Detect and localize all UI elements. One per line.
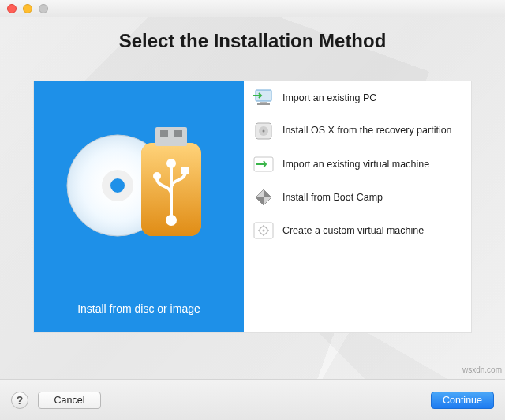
page-title: Select the Installation Method <box>0 30 505 52</box>
continue-button[interactable]: Continue <box>431 392 494 409</box>
usb-icon <box>141 127 201 236</box>
options-list: Import an existing PC Install OS X from … <box>244 81 471 332</box>
option-install-osx-recovery[interactable]: Install OS X from the recovery partition <box>244 114 471 148</box>
watermark-text: wsxdn.com <box>462 366 502 374</box>
option-import-existing-vm[interactable]: Import an existing virtual machine <box>244 148 471 181</box>
close-window-button[interactable] <box>7 4 17 13</box>
option-install-bootcamp[interactable]: Install from Boot Camp <box>244 181 471 214</box>
option-create-custom-vm[interactable]: Create a custom virtual machine <box>244 214 471 247</box>
window-titlebar <box>0 0 505 17</box>
svg-rect-13 <box>181 167 189 174</box>
custom-vm-icon <box>252 219 275 242</box>
svg-rect-16 <box>257 103 270 105</box>
option-install-from-disc-or-image[interactable]: Install from disc or image <box>34 81 244 332</box>
option-label: Install from Boot Camp <box>282 192 383 203</box>
cancel-button[interactable]: Cancel <box>38 392 101 409</box>
bootcamp-icon <box>252 186 275 208</box>
zoom-window-button <box>39 4 48 13</box>
continue-label: Continue <box>443 395 482 406</box>
disc-usb-illustration <box>34 81 244 285</box>
svg-rect-7 <box>160 130 168 137</box>
footer-toolbar: ? Cancel Continue <box>0 379 505 420</box>
svg-point-3 <box>110 178 125 193</box>
help-button[interactable]: ? <box>11 392 28 409</box>
method-panel: Install from disc or image Import an exi… <box>33 81 472 333</box>
cancel-label: Cancel <box>54 395 85 406</box>
svg-point-19 <box>262 130 264 133</box>
svg-rect-8 <box>174 130 182 137</box>
svg-marker-22 <box>264 189 271 197</box>
svg-point-10 <box>166 159 176 168</box>
import-pc-icon <box>252 87 275 109</box>
option-label: Import an existing virtual machine <box>282 159 429 170</box>
hdd-recovery-icon <box>252 120 275 142</box>
svg-rect-15 <box>260 102 267 103</box>
option-label: Import an existing PC <box>282 92 377 103</box>
traffic-lights <box>7 4 48 13</box>
svg-point-12 <box>153 172 161 180</box>
minimize-window-button[interactable] <box>23 4 32 13</box>
option-import-existing-pc[interactable]: Import an existing PC <box>244 81 471 114</box>
svg-marker-23 <box>256 197 264 205</box>
help-icon: ? <box>17 394 24 407</box>
svg-point-11 <box>166 215 177 226</box>
option-label: Install OS X from the recovery partition <box>282 125 452 137</box>
option-label: Create a custom virtual machine <box>282 225 424 236</box>
import-vm-icon <box>252 153 275 175</box>
option-disc-image-label: Install from disc or image <box>34 285 244 332</box>
svg-point-26 <box>262 230 264 232</box>
